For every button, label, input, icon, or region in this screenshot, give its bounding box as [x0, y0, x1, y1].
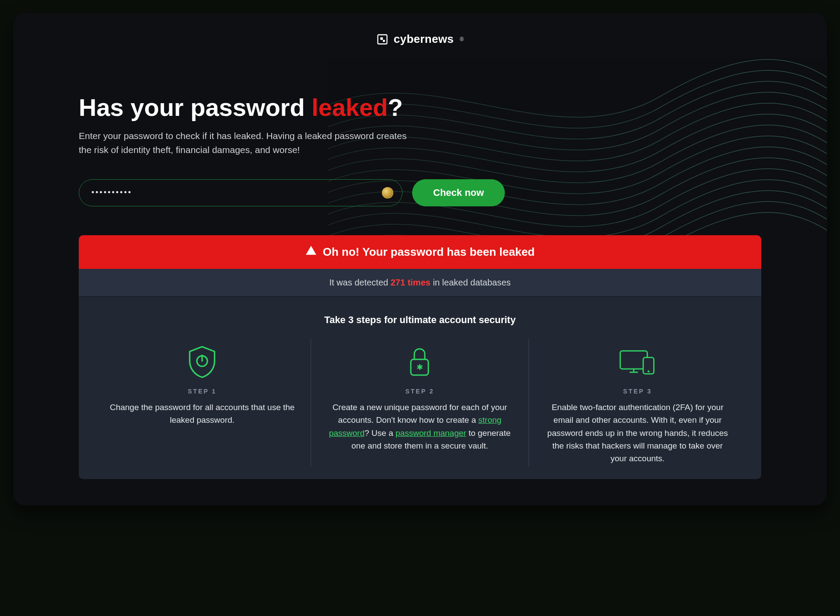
detected-post: in leaked databases	[430, 278, 511, 287]
title-pre: Has your password	[79, 94, 312, 121]
step-3-label: STEP 3	[545, 388, 731, 395]
password-field-wrap[interactable]	[79, 179, 402, 206]
detection-summary: It was detected 271 times in leaked data…	[79, 269, 761, 297]
alert-banner: Oh no! Your password has been leaked	[79, 235, 761, 269]
search-row: Check now	[79, 179, 761, 206]
padlock-star-icon: ✱	[327, 344, 512, 380]
password-manager-link[interactable]: password manager	[396, 428, 466, 438]
step-2: ✱ STEP 2 Create a new unique password fo…	[311, 339, 528, 467]
step-2-text-mid: ? Use a	[364, 428, 396, 438]
brand-registered: ®	[460, 36, 464, 42]
step-3-text-pre: Enable two-factor authentication (2FA) f…	[547, 403, 728, 463]
page-subtitle: Enter your password to check if it has l…	[79, 129, 420, 157]
page-title: Has your password leaked?	[79, 94, 761, 121]
brand-logo: cybernews®	[13, 32, 827, 46]
step-1-label: STEP 1	[109, 388, 295, 395]
warning-triangle-icon	[305, 245, 317, 259]
check-now-button[interactable]: Check now	[412, 179, 505, 206]
app-frame: cybernews® Has your password leaked? Ent…	[13, 13, 827, 505]
title-accent: leaked	[312, 94, 388, 121]
svg-point-11	[648, 370, 650, 372]
brand-name: cybernews	[394, 32, 454, 46]
password-input[interactable]	[91, 188, 376, 197]
shield-power-icon	[109, 344, 295, 380]
step-1: STEP 1 Change the password for all accou…	[94, 339, 311, 467]
detected-pre: It was detected	[329, 278, 391, 287]
step-2-text: Create a new unique password for each of…	[327, 401, 512, 452]
title-post: ?	[388, 94, 403, 121]
password-manager-key-icon[interactable]	[382, 187, 393, 198]
svg-rect-1	[380, 37, 383, 40]
step-2-label: STEP 2	[327, 388, 512, 395]
brand-mark-icon	[376, 33, 388, 45]
detected-count: 271 times	[391, 278, 430, 287]
result-card: Oh no! Your password has been leaked It …	[79, 235, 761, 479]
step-1-text-pre: Change the password for all accounts tha…	[110, 403, 294, 425]
devices-icon	[545, 344, 731, 380]
alert-text: Oh no! Your password has been leaked	[323, 245, 535, 259]
step-3: STEP 3 Enable two-factor authentication …	[529, 339, 746, 467]
steps-grid: STEP 1 Change the password for all accou…	[94, 339, 746, 467]
step-1-text: Change the password for all accounts tha…	[109, 401, 295, 427]
steps-heading: Take 3 steps for ultimate account securi…	[94, 314, 746, 326]
step-3-text: Enable two-factor authentication (2FA) f…	[545, 401, 731, 465]
svg-text:✱: ✱	[416, 363, 423, 372]
svg-rect-2	[383, 40, 385, 42]
